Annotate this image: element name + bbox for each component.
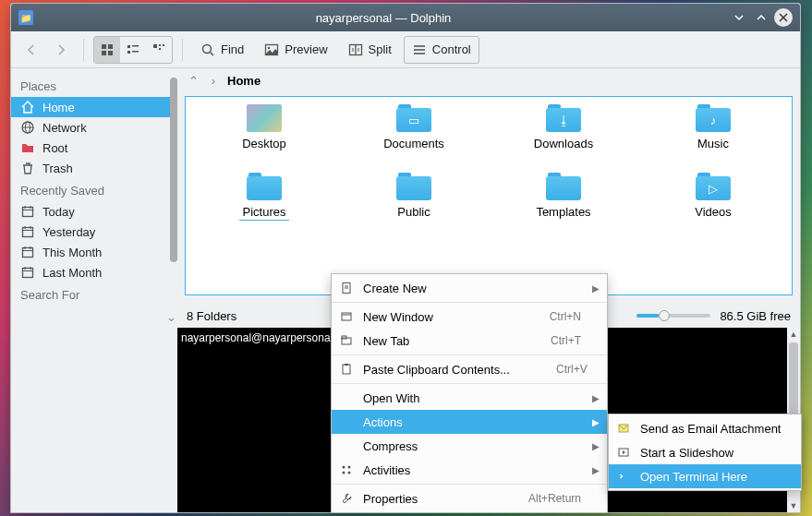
scroll-down-icon[interactable]: ▼ bbox=[790, 499, 798, 512]
menu-item-start-a-slideshow[interactable]: Start a Slideshow bbox=[609, 440, 801, 464]
maximize-button[interactable] bbox=[752, 8, 770, 27]
menu-item-label: Send as Email Attachment bbox=[640, 422, 781, 436]
preview-icon bbox=[264, 42, 279, 57]
scroll-up-icon[interactable]: ▲ bbox=[790, 328, 798, 341]
menu-item-create-new[interactable]: Create New▶ bbox=[332, 276, 607, 300]
mail-icon bbox=[616, 421, 631, 436]
doc-icon bbox=[339, 281, 354, 295]
separator bbox=[182, 39, 183, 61]
terminal-icon bbox=[616, 469, 631, 484]
menu-item-open-with[interactable]: Open With▶ bbox=[332, 386, 607, 410]
sidebar-item-label: Home bbox=[42, 101, 75, 114]
file-item-public[interactable]: Public bbox=[339, 173, 489, 237]
desktop-icon bbox=[247, 104, 282, 132]
minimize-button[interactable] bbox=[730, 8, 748, 27]
free-space: 86.5 GiB free bbox=[720, 309, 791, 323]
sidebar-item-yesterday[interactable]: Yesterday bbox=[11, 222, 177, 242]
view-mode-group bbox=[93, 36, 173, 64]
calendar-icon bbox=[20, 265, 35, 280]
breadcrumb-separator[interactable]: › bbox=[207, 74, 220, 88]
svg-point-15 bbox=[268, 46, 270, 48]
svg-rect-11 bbox=[159, 48, 161, 50]
file-grid[interactable]: Desktop▭Documents⭳Downloads♪MusicPicture… bbox=[185, 96, 793, 295]
sidebar-item-trash[interactable]: Trash bbox=[11, 158, 177, 178]
tab-icon bbox=[339, 333, 354, 348]
svg-line-13 bbox=[211, 52, 214, 55]
compact-view-button[interactable] bbox=[120, 37, 146, 63]
breadcrumb-home[interactable]: Home bbox=[227, 74, 261, 88]
menu-item-actions[interactable]: Actions▶ bbox=[332, 410, 607, 434]
svg-rect-5 bbox=[132, 45, 139, 47]
svg-rect-8 bbox=[153, 44, 157, 48]
file-item-desktop[interactable]: Desktop bbox=[189, 104, 339, 169]
search-row: ⌄ bbox=[11, 305, 196, 329]
sidebar-item-label: Root bbox=[42, 141, 67, 155]
file-name: Documents bbox=[380, 136, 448, 151]
zoom-slider[interactable] bbox=[636, 314, 710, 318]
file-name: Public bbox=[394, 204, 433, 220]
svg-rect-7 bbox=[132, 51, 139, 53]
folder-icon bbox=[247, 173, 282, 200]
svg-rect-45 bbox=[342, 313, 351, 320]
blank-icon bbox=[339, 414, 354, 429]
file-item-documents[interactable]: ▭Documents bbox=[339, 104, 489, 169]
sidebar-item-home[interactable]: Home bbox=[11, 97, 177, 117]
submenu-arrow-icon: ▶ bbox=[592, 417, 600, 427]
sidebar-item-network[interactable]: Network bbox=[11, 117, 177, 138]
file-item-music[interactable]: ♪Music bbox=[638, 104, 788, 169]
sidebar-item-root[interactable]: Root bbox=[11, 138, 177, 158]
sidebar-scrollbar[interactable] bbox=[170, 78, 177, 262]
blank-icon bbox=[339, 438, 354, 453]
sidebar-item-today[interactable]: Today bbox=[11, 201, 177, 222]
icons-view-button[interactable] bbox=[94, 37, 120, 63]
scroll-thumb[interactable] bbox=[789, 342, 798, 416]
breadcrumb: ⌃ › Home bbox=[177, 68, 800, 92]
svg-point-51 bbox=[343, 466, 345, 469]
sidebar-item-label: This Month bbox=[42, 246, 102, 259]
file-item-videos[interactable]: ▷Videos bbox=[638, 173, 788, 237]
places-header: Places bbox=[11, 74, 177, 97]
submenu-arrow-icon: ▶ bbox=[592, 283, 600, 294]
forward-button[interactable] bbox=[48, 37, 74, 63]
menu-item-label: Open With bbox=[363, 391, 419, 405]
preview-button[interactable]: Preview bbox=[256, 36, 335, 64]
home-icon bbox=[20, 100, 35, 114]
split-button[interactable]: Split bbox=[340, 36, 400, 64]
chevron-up-icon: ⌃ bbox=[187, 74, 200, 88]
file-name: Templates bbox=[532, 204, 594, 220]
file-item-templates[interactable]: Templates bbox=[489, 173, 638, 237]
menu-item-open-terminal-here[interactable]: Open Terminal Here bbox=[609, 464, 801, 488]
menu-item-paste-clipboard-contents-[interactable]: Paste Clipboard Contents...Ctrl+V bbox=[332, 357, 607, 381]
file-item-pictures[interactable]: Pictures bbox=[189, 173, 339, 237]
titlebar[interactable]: 📁 nayarpersonal — Dolphin bbox=[11, 4, 800, 31]
window-icon bbox=[339, 309, 354, 324]
folder-icon: ▭ bbox=[396, 104, 431, 132]
menu-shortcut: Ctrl+T bbox=[514, 334, 581, 347]
sidebar-item-last-month[interactable]: Last Month bbox=[11, 262, 177, 282]
details-view-button[interactable] bbox=[146, 37, 172, 63]
back-button[interactable] bbox=[18, 37, 44, 63]
svg-rect-10 bbox=[163, 44, 164, 46]
menu-item-new-tab[interactable]: New TabCtrl+T bbox=[332, 329, 607, 353]
file-item-downloads[interactable]: ⭳Downloads bbox=[489, 104, 638, 169]
sidebar-item-label: Trash bbox=[42, 162, 73, 175]
menu-item-label: Actions bbox=[363, 415, 403, 429]
svg-rect-0 bbox=[102, 44, 106, 49]
menu-item-send-as-email-attachment[interactable]: Send as Email Attachment bbox=[609, 416, 801, 440]
control-button[interactable]: Control bbox=[404, 36, 479, 64]
chevron-down-icon[interactable]: ⌄ bbox=[166, 310, 176, 324]
calendar-icon bbox=[20, 245, 35, 259]
sidebar-item-this-month[interactable]: This Month bbox=[11, 242, 177, 262]
separator bbox=[83, 39, 84, 61]
menu-item-compress[interactable]: Compress▶ bbox=[332, 434, 607, 458]
find-button[interactable]: Find bbox=[192, 36, 252, 64]
menu-item-properties[interactable]: PropertiesAlt+Return bbox=[332, 486, 607, 510]
close-button[interactable] bbox=[774, 8, 793, 27]
menu-shortcut: Ctrl+N bbox=[513, 310, 581, 323]
sidebar-item-label: Last Month bbox=[42, 266, 102, 280]
svg-point-54 bbox=[348, 472, 351, 474]
menu-item-new-window[interactable]: New WindowCtrl+N bbox=[332, 305, 607, 329]
menu-item-activities[interactable]: Activities▶ bbox=[332, 458, 607, 482]
search-header: Search For bbox=[11, 282, 177, 306]
menu-item-label: Paste Clipboard Contents... bbox=[363, 363, 510, 377]
